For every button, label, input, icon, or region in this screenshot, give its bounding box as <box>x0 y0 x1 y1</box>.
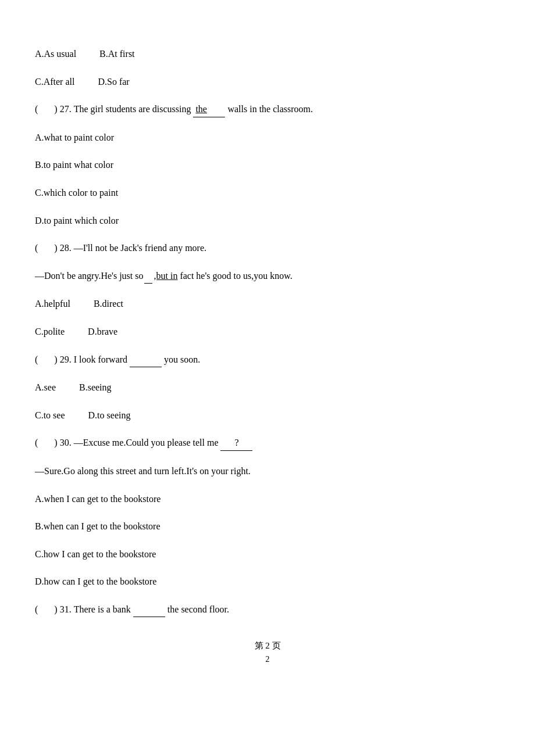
q28-reply-text1: —Don't be angry.He's just so <box>35 268 143 284</box>
q27-line: ( ) 27. The girl students are discussing… <box>35 102 500 117</box>
q27-option-a: A.what to paint color <box>35 130 500 145</box>
q27-option-c: C.which color to paint <box>35 185 500 200</box>
q26-option-b: B.At first <box>99 46 134 62</box>
q28-option-a: A.helpful <box>35 296 70 311</box>
q29-option-c: C.to see <box>35 408 65 423</box>
q30-text1: —Excuse me.Could you please tell me <box>74 435 219 450</box>
q30-paren-close: ) <box>54 435 57 450</box>
q31-num: 31. <box>60 602 72 617</box>
q28-reply-line: —Don't be angry.He's just so ,but in fac… <box>35 268 500 284</box>
q28-option-d: D.brave <box>88 324 117 339</box>
q31-text2: the second floor. <box>167 602 229 617</box>
q29-blank-num <box>38 352 54 367</box>
q29-option-b: B.seeing <box>79 380 112 395</box>
q27-option-b: B.to paint what color <box>35 157 500 173</box>
q27-blank-num <box>38 102 54 117</box>
q28-paren-close: ) <box>54 241 57 256</box>
q30-option-d: D.how can I get to the bookstore <box>35 574 500 589</box>
page-number: 2 <box>35 655 500 664</box>
content-area: A.As usual B.At first C.After all D.So f… <box>35 46 500 617</box>
q29-option-a: A.see <box>35 380 56 395</box>
q26-option-c: C.After all <box>35 74 74 89</box>
q30-blank: ? <box>220 435 252 451</box>
page-footer: 第 2 页 <box>35 640 500 651</box>
q31-blank-num <box>38 602 54 617</box>
q29-text1: I look forward <box>74 352 127 367</box>
q31-line: ( ) 31. There is a bank the second floor… <box>35 602 500 618</box>
q30-option-c: C.how I can get to the bookstore <box>35 547 500 562</box>
q26-option-d: D.So far <box>98 74 129 89</box>
q28-options-ab: A.helpful B.direct <box>35 296 500 311</box>
q29-options-cd: C.to see D.to seeing <box>35 408 500 423</box>
q28-line: ( ) 28. —I'll not be Jack's friend any m… <box>35 241 500 256</box>
q27-option-d: D.to paint which color <box>35 213 500 228</box>
q27-blank-text: the <box>195 104 207 114</box>
q30-line: ( ) 30. —Excuse me.Could you please tell… <box>35 435 500 451</box>
q26-options-ab: A.As usual B.At first <box>35 46 500 62</box>
q28-option-b: B.direct <box>94 296 123 311</box>
q30-blank-num <box>38 435 54 450</box>
q28-options-cd: C.polite D.brave <box>35 324 500 339</box>
page-num-value: 2 <box>266 655 270 664</box>
q29-options-ab: A.see B.seeing <box>35 380 500 395</box>
q27-paren-close: ) <box>54 102 57 117</box>
q29-blank <box>130 352 162 368</box>
q29-paren-close: ) <box>54 352 57 367</box>
q30-option-a: A.when I can get to the bookstore <box>35 492 500 507</box>
q29-text2: you soon. <box>164 352 200 367</box>
q28-reply-underline: ,but in <box>154 268 177 284</box>
q29-num: 29. <box>60 352 72 367</box>
q31-paren-close: ) <box>54 602 57 617</box>
q27-text2: walls in the classroom. <box>227 102 313 117</box>
q30-option-b: B.when can I get to the bookstore <box>35 519 500 534</box>
q28-option-c: C.polite <box>35 324 65 339</box>
q28-text: —I'll not be Jack's friend any more. <box>74 241 206 256</box>
q29-line: ( ) 29. I look forward you soon. <box>35 352 500 368</box>
q27-text1: The girl students are discussing <box>74 102 191 117</box>
q28-num: 28. <box>60 241 72 256</box>
q27-num: 27. <box>60 102 72 117</box>
q27-underline-blank: the <box>193 102 225 117</box>
q26-option-a: A.As usual <box>35 46 76 62</box>
footer-text: 第 2 页 <box>255 641 281 650</box>
q29-option-d: D.to seeing <box>88 408 131 423</box>
q30-num: 30. <box>60 435 72 450</box>
q28-reply-text2: fact he's good to us,you know. <box>180 268 292 284</box>
q30-reply: —Sure.Go along this street and turn left… <box>35 464 500 479</box>
q31-text1: There is a bank <box>74 602 131 617</box>
q28-reply-blank <box>144 268 152 284</box>
q31-blank <box>133 602 165 618</box>
q28-blank-num <box>38 241 54 256</box>
q26-options-cd: C.After all D.So far <box>35 74 500 89</box>
